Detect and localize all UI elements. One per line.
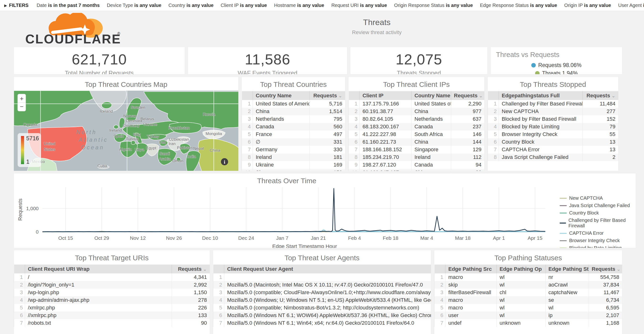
- table-row[interactable]: 1/4,341: [14, 273, 210, 281]
- table-row[interactable]: 2/login/?login_only=12,992: [14, 281, 210, 289]
- top-threat-client-ips-table: Client IPCountry NameRequests ⌄1137.175.…: [348, 91, 484, 171]
- table-row[interactable]: 9198.27.67.120Canada94: [349, 161, 484, 169]
- column-header[interactable]: Edgepathingstatus Full: [499, 91, 583, 100]
- table-row[interactable]: 5/xmlrpc.php226: [14, 304, 210, 311]
- column-header[interactable]: Requests ⌄: [451, 91, 484, 100]
- y-axis-title: Requests: [17, 198, 23, 221]
- column-header[interactable]: Client Request URI Wrap: [25, 265, 172, 273]
- table-row[interactable]: 7/robots.txt90: [14, 319, 210, 327]
- filter-item[interactable]: User Agent is any value: [618, 3, 644, 8]
- chart-legend-item[interactable]: New CAPTCHA: [560, 195, 636, 201]
- legend-dot-icon: [535, 71, 540, 75]
- table-row[interactable]: 5France497: [242, 131, 345, 138]
- filter-item[interactable]: Country is any value: [168, 3, 214, 8]
- table-row[interactable]: 541.222.227.98South Africa146: [349, 131, 484, 138]
- table-row[interactable]: 6//xmlrpc.php133: [14, 311, 210, 319]
- table-row[interactable]: 2skipwlaoCrawl37,834: [434, 281, 622, 289]
- table-row[interactable]: 3Blocked by Filter Based Firewall152: [488, 115, 618, 123]
- filter-item[interactable]: Origin IP is any value: [564, 3, 611, 8]
- table-row[interactable]: 468.183.200.167Canada237: [349, 123, 484, 131]
- column-header[interactable]: Requests ⌄: [309, 91, 345, 100]
- map-zoom-in-button[interactable]: +: [20, 95, 23, 102]
- table-row[interactable]: 3filterBasedFirewallchlcaptchaNew11,467: [434, 289, 622, 296]
- column-header[interactable]: Requests ⌄: [172, 265, 210, 273]
- table-row[interactable]: 380.82.64.105Netherlands637: [349, 115, 484, 123]
- table-row[interactable]: 1137.175.79.166United States of America2…: [349, 100, 484, 108]
- table-row[interactable]: 8185.234.219.70Ireland112: [349, 153, 484, 161]
- legend-line-icon: [560, 205, 567, 206]
- pie-legend-item[interactable]: Threats 1.94%: [535, 70, 578, 75]
- map-info-button[interactable]: i: [221, 158, 228, 165]
- table-row[interactable]: 4Blocked by Rate Limiting79: [488, 123, 618, 131]
- column-header[interactable]: Edge Pathing Src: [446, 265, 497, 273]
- map-zoom-out-button[interactable]: −: [20, 103, 23, 110]
- map-country-label: Turkey: [147, 134, 159, 139]
- table-row[interactable]: 4/wp-admin/admin-ajax.php278: [14, 296, 210, 304]
- filter-item[interactable]: Edge Response Status is any value: [480, 3, 557, 8]
- table-row[interactable]: 7188.166.188.152Singapore129: [349, 146, 484, 153]
- chart-legend-item[interactable]: Java Script Challenge Failed: [560, 203, 636, 208]
- table-row[interactable]: 6Mozilla/5.0 (Windows NT 6.1; WOW64) App…: [213, 311, 431, 319]
- table-row[interactable]: 2New CAPTCHA277: [488, 108, 618, 115]
- table-row[interactable]: 6∅331: [242, 138, 345, 146]
- column-header[interactable]: Edge Pathing Op: [497, 265, 546, 273]
- top-threat-client-ips-card: Top Threat Client IPs Client IPCountry N…: [348, 77, 484, 171]
- filter-item[interactable]: Device Type is any value: [107, 3, 161, 8]
- table-row[interactable]: 4macrowlse6,734: [434, 296, 622, 304]
- table-row[interactable]: 1macrowlnr554,758: [434, 273, 622, 281]
- chart-legend-item[interactable]: Challenged by Filter Based Firewall: [560, 218, 636, 229]
- table-row[interactable]: 2China1,514: [242, 108, 345, 115]
- table-row[interactable]: 8Ireland181: [242, 153, 345, 161]
- column-header[interactable]: Client IP: [360, 91, 412, 100]
- map-country-label: States: [44, 147, 55, 152]
- table-row[interactable]: 8Java Script Challenge Failed2: [488, 153, 618, 161]
- table-row[interactable]: 5Mozilla/5.0 (compatible; Nimbostratus-B…: [213, 304, 431, 311]
- pie-legend-item[interactable]: Requests 98.06%: [531, 62, 582, 69]
- table-row[interactable]: 5macrowlwl6,595: [434, 304, 622, 311]
- chart-legend-item[interactable]: Blocked by Rate Limiting: [560, 245, 636, 248]
- filters-button[interactable]: ▶ FILTERS: [4, 3, 28, 8]
- table-row[interactable]: 1Challenged by Filter Based Firewall11,4…: [488, 100, 618, 108]
- table-row[interactable]: 2Mozilla/5.0 (Macintosh; Intel Mac OS X …: [213, 281, 431, 289]
- table-row[interactable]: 6userwlip2,107: [434, 311, 622, 319]
- table-row[interactable]: 6Country Block13: [488, 138, 618, 146]
- filter-item[interactable]: Origin Response Status is any value: [394, 3, 473, 8]
- table-row[interactable]: 7Germany330: [242, 146, 345, 153]
- chart-legend-item[interactable]: CAPTCHA Error: [560, 230, 636, 236]
- table-row[interactable]: 260.191.38.77China977: [349, 108, 484, 115]
- table-row[interactable]: 1061.160.247.137China82: [349, 169, 484, 171]
- table-row[interactable]: 10Singapore159: [242, 169, 345, 171]
- column-header[interactable]: Requests ⌄: [582, 91, 618, 100]
- chart-legend-item[interactable]: Browser Integrity Check: [560, 238, 636, 243]
- table-row[interactable]: 3Mozilla/5.0 (compatible; CloudFlare-Alw…: [213, 289, 431, 296]
- x-tick-label: Dec 10: [202, 235, 218, 241]
- table-row[interactable]: 1: [213, 273, 431, 281]
- table-row[interactable]: 9Ukraine169: [242, 161, 345, 169]
- table-row[interactable]: 4Mozilla/5.0 (Windows; U; Windows NT 5.1…: [213, 296, 431, 304]
- table-row[interactable]: 7CAPTCHA Error13: [488, 146, 618, 153]
- column-header[interactable]: Client Request User Agent: [224, 265, 431, 273]
- chart-title: Threats Over Time: [14, 177, 560, 185]
- top-threats-stopped-table: Edgepathingstatus FullRequests ⌄1Challen…: [488, 91, 618, 161]
- world-map[interactable]: CanadaUnitedStatesMexicoCubaIcelandIrela…: [14, 91, 238, 171]
- column-header[interactable]: Requests ⌄: [589, 265, 622, 273]
- table-row[interactable]: 5Browser Integrity Check55: [488, 131, 618, 138]
- filter-item[interactable]: Hostname is any value: [274, 3, 324, 8]
- table-row[interactable]: 7undefunknownunknown1,168: [434, 319, 622, 327]
- filter-item[interactable]: Client IP is any value: [221, 3, 267, 8]
- map-country-label: Algeria: [119, 147, 132, 152]
- kpi-label: Threats Stopped: [350, 70, 488, 75]
- column-header[interactable]: Country Name: [253, 91, 310, 100]
- column-header[interactable]: Edge Pathing Status: [546, 265, 589, 273]
- table-row[interactable]: 4Canada560: [242, 123, 345, 131]
- table-row[interactable]: 1United States of America5,716: [242, 100, 345, 108]
- table-row[interactable]: 7Mozilla/5.0 (Windows NT 6.1; Win64; x64…: [213, 319, 431, 327]
- filter-item[interactable]: Date is in the past 7 months: [37, 3, 100, 8]
- table-row[interactable]: 3/wp-login.php1,150: [14, 289, 210, 296]
- chart-legend-item[interactable]: Country Block: [560, 210, 636, 216]
- column-header[interactable]: Country Name: [412, 91, 451, 100]
- table-row[interactable]: 661.160.221.73China144: [349, 138, 484, 146]
- filter-item[interactable]: Request URI is any value: [331, 3, 387, 8]
- page-title: Threats: [124, 18, 630, 27]
- table-row[interactable]: 3Netherlands795: [242, 115, 345, 123]
